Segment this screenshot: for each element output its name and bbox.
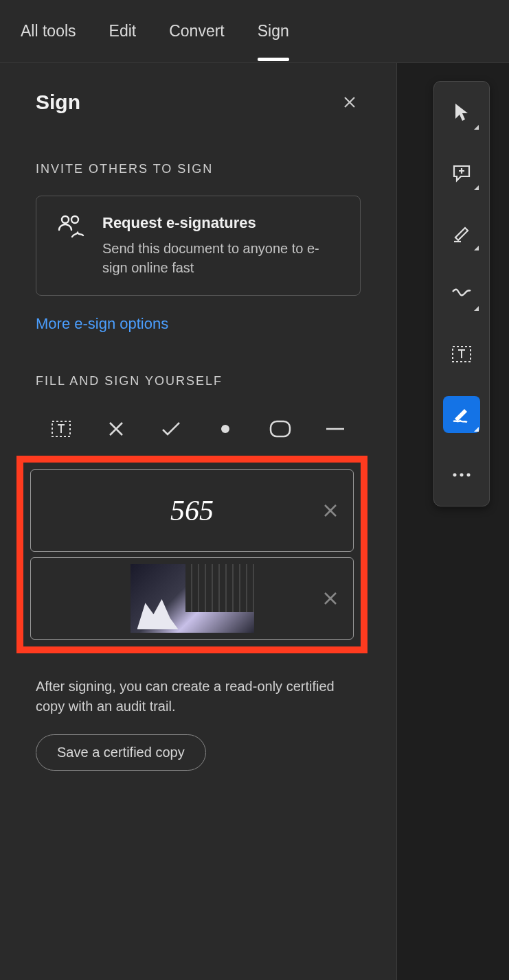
fill-section-label: FILL AND SIGN YOURSELF [36, 374, 361, 388]
fill-check-button[interactable] [154, 415, 188, 443]
sign-panel: Sign INVITE OTHERS TO SIGN Request e-sig… [0, 63, 397, 980]
top-tabs: All tools Edit Convert Sign [0, 0, 509, 63]
freehand-icon [451, 286, 473, 301]
fill-tools-row [36, 408, 361, 456]
highlight-tool-button[interactable] [443, 215, 480, 252]
checkmark-icon [161, 420, 181, 438]
right-tool-rail [433, 81, 490, 506]
svg-point-7 [460, 474, 464, 477]
svg-point-3 [221, 425, 229, 433]
tab-all-tools[interactable]: All tools [21, 1, 76, 61]
more-tools-button[interactable] [443, 456, 480, 493]
tab-convert[interactable]: Convert [169, 1, 225, 61]
signature-highlight-box: 565 [16, 456, 367, 653]
comment-icon [451, 163, 472, 183]
select-tool-button[interactable] [443, 94, 480, 131]
more-esign-options-link[interactable]: More e-sign options [36, 315, 168, 333]
cursor-icon [453, 102, 471, 123]
svg-point-8 [467, 474, 471, 477]
text-box-icon [51, 419, 71, 439]
svg-rect-4 [271, 421, 290, 436]
text-box-icon [451, 344, 472, 364]
rounded-rect-icon [269, 419, 292, 439]
add-text-tool-button[interactable] [443, 336, 480, 373]
delete-signature-button[interactable] [323, 503, 338, 518]
fill-dot-button[interactable] [208, 415, 242, 443]
signature-preview-text: 565 [170, 494, 214, 527]
signature-slot[interactable]: 565 [30, 469, 354, 552]
certified-copy-note: After signing, you can create a read-onl… [36, 677, 361, 716]
request-esignatures-card[interactable]: Request e-signatures Send this document … [36, 196, 361, 296]
draw-tool-button[interactable] [443, 275, 480, 312]
fill-circle-button[interactable] [263, 415, 297, 443]
ellipsis-icon [452, 472, 471, 478]
invite-section-label: INVITE OTHERS TO SIGN [36, 162, 361, 176]
tab-sign[interactable]: Sign [258, 1, 289, 61]
save-certified-copy-button[interactable]: Save a certified copy [36, 734, 206, 771]
highlighter-icon [451, 224, 472, 243]
dot-icon [220, 423, 231, 434]
close-icon [323, 503, 338, 518]
line-icon [325, 425, 346, 432]
close-icon [343, 95, 357, 109]
fill-cross-button[interactable] [99, 415, 133, 443]
initials-slot[interactable] [30, 557, 354, 640]
svg-point-6 [453, 474, 457, 477]
tab-edit[interactable]: Edit [109, 1, 137, 61]
comment-tool-button[interactable] [443, 154, 480, 191]
initials-image-preview [131, 564, 254, 633]
request-esignatures-icon [56, 214, 86, 277]
svg-point-0 [62, 216, 69, 223]
request-esignatures-title: Request e-signatures [102, 214, 341, 232]
signature-icon [451, 405, 473, 424]
fill-line-button[interactable] [318, 415, 352, 443]
request-esignatures-desc: Send this document to anyone to e-sign o… [102, 239, 341, 277]
panel-title: Sign [36, 91, 80, 114]
fill-text-button[interactable] [44, 415, 78, 443]
close-icon [323, 591, 338, 606]
x-mark-icon [107, 420, 125, 438]
delete-initials-button[interactable] [323, 591, 338, 606]
close-panel-button[interactable] [339, 91, 361, 113]
sign-tool-button[interactable] [443, 396, 480, 433]
svg-point-1 [71, 216, 78, 223]
